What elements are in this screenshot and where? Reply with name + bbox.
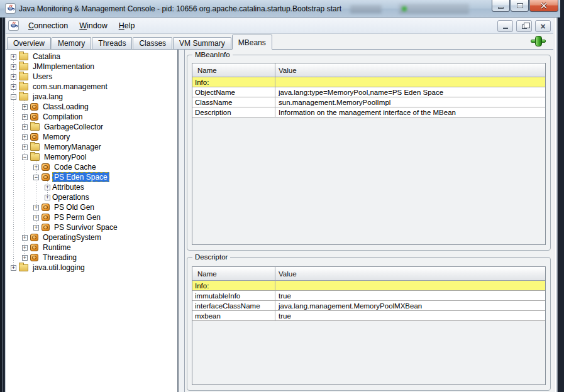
redacted-text bbox=[350, 5, 382, 13]
tree-item-classloading: +ClassLoading bbox=[6, 102, 177, 112]
table-row-interfaceclassname[interactable]: interfaceClassNamejava.lang.management.M… bbox=[192, 301, 545, 311]
expand-icon[interactable]: + bbox=[22, 255, 28, 261]
table-header: Name Value bbox=[192, 63, 545, 77]
tree-item-label[interactable]: Threading bbox=[41, 253, 79, 262]
mbean-tree-panel: +Catalina +JMImplementation +Users +com.… bbox=[6, 50, 177, 392]
expand-icon[interactable]: + bbox=[33, 225, 39, 231]
table-row-mxbean[interactable]: mxbeantrue bbox=[192, 311, 545, 321]
expand-icon[interactable]: + bbox=[45, 195, 50, 200]
expand-icon[interactable]: + bbox=[33, 205, 39, 210]
collapse-icon[interactable]: − bbox=[33, 175, 39, 180]
close-icon: × bbox=[540, 22, 545, 31]
expand-icon[interactable]: + bbox=[22, 104, 28, 110]
tree-item-memorymanager: +MemoryManager bbox=[6, 142, 177, 152]
menu-window[interactable]: Window bbox=[74, 19, 113, 32]
mbean-detail-panel: MBeanInfo Name Value Info: ObjectNamejav… bbox=[185, 50, 553, 392]
mbean-icon bbox=[30, 254, 38, 261]
window-titlebar: Java Monitoring & Management Console - p… bbox=[0, 0, 560, 18]
expand-icon[interactable]: + bbox=[22, 235, 28, 241]
tree-item-label[interactable]: Runtime bbox=[41, 243, 73, 252]
folder-icon bbox=[19, 93, 28, 101]
tab-threads[interactable]: Threads bbox=[92, 37, 132, 49]
tree-item-garbagecollector: +GarbageCollector bbox=[6, 122, 177, 132]
tree-item-label[interactable]: Users bbox=[31, 72, 54, 81]
tree-item-attributes: +Attributes bbox=[6, 182, 177, 192]
minimize-button[interactable] bbox=[492, 0, 510, 12]
folder-icon bbox=[19, 63, 28, 70]
tree-item-ps-old-gen: +PS Old Gen bbox=[6, 202, 177, 212]
expand-icon[interactable]: + bbox=[22, 114, 28, 120]
mbean-icon bbox=[41, 214, 50, 221]
mbean-tree: +Catalina +JMImplementation +Users +com.… bbox=[6, 50, 177, 273]
table-row-info[interactable]: Info: bbox=[192, 281, 545, 291]
mdi-minimize-button[interactable] bbox=[497, 20, 513, 32]
tree-item-label[interactable]: Catalina bbox=[31, 52, 62, 61]
tree-item-label[interactable]: java.lang bbox=[31, 92, 65, 101]
tree-item-label[interactable]: MemoryManager bbox=[42, 143, 103, 151]
menu-connection[interactable]: Connection bbox=[23, 19, 74, 32]
tree-item-label[interactable]: PS Perm Gen bbox=[52, 213, 102, 222]
tab-classes[interactable]: Classes bbox=[133, 37, 172, 49]
tree-item-label[interactable]: GarbageCollector bbox=[42, 122, 105, 131]
connected-icon[interactable] bbox=[531, 36, 546, 46]
tree-item-label[interactable]: ClassLoading bbox=[41, 102, 91, 111]
tree-item-label[interactable]: Attributes bbox=[50, 183, 86, 192]
expand-icon[interactable]: + bbox=[11, 84, 16, 90]
tree-item-label[interactable]: PS Survivor Space bbox=[52, 223, 119, 232]
tree-item-label[interactable]: MemoryPool bbox=[42, 153, 88, 161]
expand-icon[interactable]: + bbox=[33, 215, 39, 220]
tab-mbeans[interactable]: MBeans bbox=[232, 35, 272, 50]
tree-item-label[interactable]: java.util.logging bbox=[31, 263, 87, 272]
tree-item-runtime: +Runtime bbox=[6, 242, 177, 253]
folder-icon bbox=[30, 123, 40, 131]
folder-icon bbox=[19, 73, 28, 80]
column-header-name[interactable]: Name bbox=[192, 63, 275, 77]
split-pane-divider[interactable] bbox=[177, 50, 185, 392]
tree-item-label-selected[interactable]: PS Eden Space bbox=[52, 172, 109, 182]
folder-icon bbox=[19, 83, 28, 90]
expand-icon[interactable]: + bbox=[22, 134, 28, 140]
mbean-icon bbox=[30, 234, 38, 241]
expand-icon[interactable]: + bbox=[45, 185, 50, 190]
tab-overview[interactable]: Overview bbox=[7, 37, 51, 49]
mdi-restore-button[interactable] bbox=[516, 20, 532, 32]
tree-item-label[interactable]: PS Old Gen bbox=[52, 203, 96, 212]
menu-bar: Connection Window Help × bbox=[6, 18, 553, 34]
expand-icon[interactable]: + bbox=[33, 165, 39, 170]
tree-item-label[interactable]: JMImplementation bbox=[31, 62, 96, 71]
mdi-close-button[interactable]: × bbox=[535, 20, 551, 32]
expand-icon[interactable]: + bbox=[11, 265, 16, 271]
column-header-value[interactable]: Value bbox=[275, 63, 545, 77]
tree-item-java-util-logging: +java.util.logging bbox=[6, 263, 177, 273]
expand-icon[interactable]: + bbox=[22, 245, 28, 251]
table-row-classname[interactable]: ClassNamesun.management.MemoryPoolImpl bbox=[192, 97, 545, 107]
expand-icon[interactable]: + bbox=[22, 144, 28, 150]
table-row-description[interactable]: DescriptionInformation on the management… bbox=[192, 107, 545, 117]
tab-memory[interactable]: Memory bbox=[52, 37, 91, 49]
maximize-button[interactable] bbox=[511, 0, 529, 12]
collapse-icon[interactable]: − bbox=[22, 155, 28, 160]
tree-item-label[interactable]: com.sun.management bbox=[31, 82, 109, 91]
tree-item-label[interactable]: Operations bbox=[50, 193, 91, 202]
tree-item-label[interactable]: OperatingSystem bbox=[41, 233, 103, 242]
tree-item-label[interactable]: Code Cache bbox=[52, 163, 98, 172]
expand-icon[interactable]: + bbox=[11, 74, 16, 80]
column-header-name[interactable]: Name bbox=[192, 267, 275, 280]
tree-item-label[interactable]: Compilation bbox=[41, 112, 84, 121]
tree-item-label[interactable]: Memory bbox=[41, 133, 72, 141]
mbean-icon bbox=[30, 133, 38, 141]
expand-icon[interactable]: + bbox=[22, 124, 28, 130]
mbean-icon bbox=[30, 113, 38, 121]
tab-vm-summary[interactable]: VM Summary bbox=[173, 37, 231, 49]
table-row-info[interactable]: Info: bbox=[192, 77, 545, 87]
close-button[interactable] bbox=[529, 0, 558, 12]
menu-help[interactable]: Help bbox=[113, 19, 141, 32]
folder-icon bbox=[30, 153, 40, 161]
tree-item-catalina: +Catalina bbox=[6, 52, 177, 62]
expand-icon[interactable]: + bbox=[11, 54, 16, 60]
expand-icon[interactable]: + bbox=[11, 64, 16, 70]
table-row-immutableinfo[interactable]: immutableInfotrue bbox=[192, 291, 545, 301]
collapse-icon[interactable]: − bbox=[11, 94, 16, 100]
table-row-objectname[interactable]: ObjectNamejava.lang:type=MemoryPool,name… bbox=[192, 87, 545, 97]
column-header-value[interactable]: Value bbox=[275, 267, 545, 280]
